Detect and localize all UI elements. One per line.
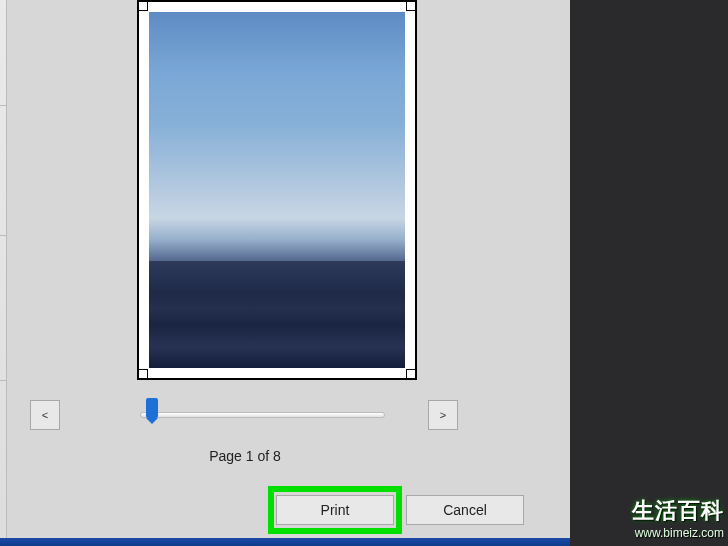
zoom-slider-thumb[interactable] xyxy=(146,398,158,418)
crop-marker-top-left xyxy=(138,1,148,11)
crop-marker-bottom-right xyxy=(406,369,416,379)
crop-marker-top-right xyxy=(406,1,416,11)
zoom-slider-track[interactable] xyxy=(140,412,385,418)
page-indicator: Page 1 of 8 xyxy=(0,448,490,464)
print-dialog: < > Page 1 of 8 Print Cancel xyxy=(0,0,570,546)
watermark: 生活百科 www.bimeiz.com xyxy=(632,496,724,540)
next-page-button[interactable]: > xyxy=(428,400,458,430)
cancel-button[interactable]: Cancel xyxy=(406,495,524,525)
print-button[interactable]: Print xyxy=(276,495,394,525)
previous-page-button[interactable]: < xyxy=(30,400,60,430)
preview-image xyxy=(149,12,405,368)
watermark-text: 生活百科 xyxy=(632,496,724,526)
taskbar xyxy=(0,538,570,546)
app-background: 生活百科 www.bimeiz.com xyxy=(570,0,728,546)
watermark-url: www.bimeiz.com xyxy=(632,526,724,540)
sidebar-edge xyxy=(0,0,7,546)
print-preview-frame xyxy=(137,0,417,380)
crop-marker-bottom-left xyxy=(138,369,148,379)
